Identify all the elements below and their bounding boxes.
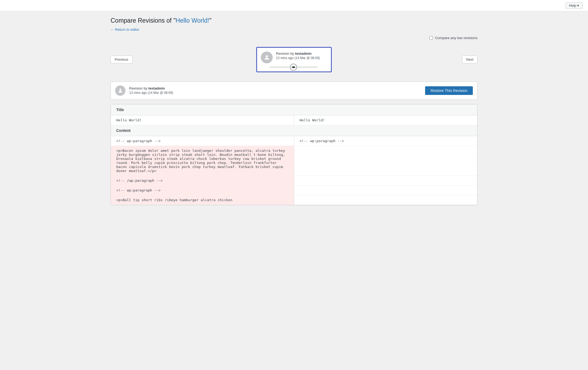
title-left: Hello World! [111,115,294,125]
content-right-paragraph2 [294,195,477,205]
title-right: Hello World! [294,115,477,125]
revision-tooltip: Revision by testadmin 13 mins ago (14 Ma… [256,47,332,72]
avatar [261,52,273,63]
revision-bar: Revision by testadmin 13 mins ago (14 Ma… [111,81,477,100]
content-left-paragraph: <p>Bacon ipsum dolor amet pork loin land… [111,146,294,176]
content-left-comment3: <!-- wp:paragraph --> [111,186,294,195]
content-paragraph-row: <p>Bacon ipsum dolor amet pork loin land… [111,146,477,176]
content-section-header: Content [111,125,477,136]
revisions-nav: Previous Revision by testadmin 13 mins a… [111,42,477,77]
content-comment3-row: <!-- wp:paragraph --> [111,186,477,195]
content-right-paragraph [294,146,477,176]
revision-bar-time: 13 mins ago (14 Mar @ 08:09) [129,91,173,95]
restore-revision-button[interactable]: Restore This Revision [425,86,473,95]
previous-label: Previous [115,57,128,61]
help-button[interactable]: Help ▾ [566,2,583,9]
next-label: Next [466,57,473,61]
page-title: Compare Revisions of "Hello World!" [111,17,477,25]
slider-thumb[interactable]: ◀▶ [290,64,297,71]
title-suffix: " [209,17,211,24]
revision-bar-info: Revision by testadmin 13 mins ago (14 Ma… [129,86,173,95]
revision-bar-avatar [115,85,125,96]
svg-point-1 [119,89,121,91]
compare-label: Compare any two revisions [435,36,477,40]
title-prefix: Compare Revisions of " [111,17,176,24]
title-section-header: Title [111,104,477,115]
top-bar: Help ▾ [0,0,588,11]
revision-by-text: Revision by [276,52,295,56]
content-right-comment3 [294,186,477,195]
content-left-comment2: <!-- /wp:paragraph --> [111,176,294,185]
diff-table: Title Hello World! Hello World! Content … [111,104,477,205]
compare-two-revisions-checkbox[interactable] [429,36,433,40]
return-link-text: ← Return to editor [111,28,139,32]
content-right-comment1: <!-- wp:paragraph --> [294,136,477,146]
revision-bar-left: Revision by testadmin 13 mins ago (14 Ma… [115,85,173,96]
content-comment2-row: <!-- /wp:paragraph --> [111,176,477,186]
content-left-comment1: <!-- wp:paragraph --> [111,136,294,146]
revision-bar-by: Revision by [129,86,148,90]
restore-label: Restore This Revision [430,88,467,93]
revision-info: Revision by testadmin 13 mins ago (14 Ma… [276,52,320,60]
revision-username: testadmin [295,52,312,56]
content-paragraph2-row: <p>Ball tip short ribs ribeye hamburger … [111,195,477,205]
slider-track[interactable]: ◀▶ [269,67,318,68]
return-to-editor-link[interactable]: ← Return to editor [111,28,139,32]
title-diff-row: Hello World! Hello World! [111,115,477,125]
content-comment1-row: <!-- wp:paragraph --> <!-- wp:paragraph … [111,136,477,146]
next-button[interactable]: Next [462,56,477,63]
slider-area[interactable]: ◀▶ [261,67,326,68]
revision-time: 13 mins ago (14 Mar @ 08:09) [276,56,320,60]
content-section-label: Content [116,128,131,133]
content-right-comment2 [294,176,477,185]
content-left-paragraph2: <p>Ball tip short ribs ribeye hamburger … [111,195,294,205]
title-section-label: Title [116,108,124,112]
post-title-link[interactable]: Hello World! [176,17,209,24]
svg-point-0 [266,55,268,57]
help-label: Help ▾ [569,4,579,8]
revision-bar-username: testadmin [148,86,165,90]
previous-button[interactable]: Previous [111,56,132,63]
